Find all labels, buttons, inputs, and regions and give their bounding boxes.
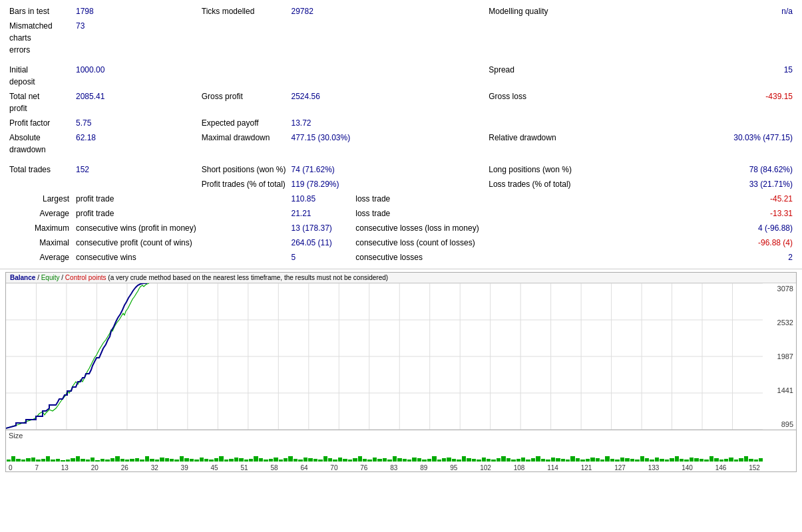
total-net-value: 2085.41 [73,89,199,116]
size-bar [348,460,352,462]
mismatched-value: 73 [73,19,199,57]
size-bar [393,456,397,462]
chart-main: 3078 2532 1987 1441 895 [6,283,796,430]
x-axis-label: 45 [211,464,218,471]
x-axis-label: 133 [648,464,660,471]
size-bar [204,459,208,462]
x-axis-label: 102 [480,464,491,471]
size-bar [570,456,574,462]
size-bar [308,458,312,462]
chart-area: Balance / Equity / Control points (a ver… [5,272,797,472]
chart-y-labels: 3078 2532 1987 1441 895 [763,283,796,430]
size-bar [229,459,233,462]
size-bar [645,458,649,462]
size-bar [759,458,763,462]
size-bar [130,459,134,462]
size-bar [700,459,703,462]
size-bar [620,458,624,462]
x-axis-label: 89 [420,464,427,471]
largest-loss-value: -45.21 [574,192,795,206]
size-bar [531,458,535,462]
size-bar [264,460,268,462]
expected-payoff-value: 13.72 [288,116,353,130]
size-bar [516,459,520,462]
consec-loss-value: -96.88 (4) [574,235,795,250]
x-axis-label: 70 [330,464,337,471]
size-bar [174,460,178,462]
row-profit-factor: Profit factor 5.75 Expected payoff 13.72 [7,116,795,130]
x-axis-label: 140 [682,464,693,471]
avg-consec-losses-value: 2 [574,250,795,265]
x-axis-label: 0 [9,464,13,471]
size-bar [387,460,391,462]
size-bar [477,460,481,462]
size-bar [56,459,60,462]
size-bar [684,460,688,462]
size-bar [551,458,555,462]
size-bar [46,456,50,462]
size-bar [630,459,634,462]
spread-label: Spread [486,63,574,89]
largest-profit-sublabel: profit trade [73,192,199,206]
profit-trades-value: 119 (78.29%) [288,177,353,192]
x-axis-label: 114 [547,464,558,471]
x-axis-label: 127 [614,464,626,471]
size-bar [704,460,708,462]
x-axis-label: 51 [241,464,248,471]
size-bar [303,458,307,462]
spread-value: 15 [574,63,795,89]
avg-label: Average [7,250,73,265]
size-bar [596,458,600,462]
x-axis-label: 121 [581,464,592,471]
x-axis: 0713202632394551586470768389951021081141… [6,463,796,471]
x-axis-label: 7 [35,464,39,471]
size-bar [323,456,327,462]
size-bar [457,460,461,462]
maximal-drawdown-value: 477.15 (30.03%) [288,130,353,157]
size-bar [244,460,248,462]
size-bar [497,458,501,462]
size-bar [546,460,550,462]
size-bar [437,460,441,462]
average-profit-value: 21.21 [288,206,353,221]
size-bar [462,456,466,462]
consec-profit-sublabel: consecutive profit (count of wins) [73,235,199,250]
short-positions-value: 74 (71.62%) [288,162,353,177]
largest-label: Largest [7,192,73,206]
x-axis-label: 108 [514,464,525,471]
x-axis-label: 13 [61,464,69,471]
size-bars [6,440,763,462]
consec-loss-label: consecutive loss (count of losses) [353,235,486,250]
size-bar [536,456,540,462]
size-bar [269,459,273,462]
size-bar [209,460,213,462]
size-bar [610,459,614,462]
size-bar [135,458,139,462]
size-bar [749,459,753,462]
size-bar [640,456,644,462]
average-loss-value: -13.31 [574,206,795,221]
row-mismatched: Mismatched charts errors 73 [7,19,795,57]
chart-legend: Balance / Equity / Control points (a ver… [6,273,796,283]
row-maximal-consec: Maximal consecutive profit (count of win… [7,235,795,250]
relative-drawdown-value: 30.03% (477.15) [574,130,795,157]
size-bar [541,459,545,462]
stats-container: Bars in test 1798 Ticks modelled 29782 M… [0,0,802,269]
x-axis-label: 20 [91,464,99,471]
row-profit-trades: Profit trades (% of total) 119 (78.29%) … [7,177,795,192]
size-bar [86,460,90,462]
avg-consec-wins-value: 5 [288,250,353,265]
size-bar [313,459,317,462]
size-bar [150,459,154,462]
size-bar [190,459,194,462]
size-bar [21,460,25,462]
size-area: Size [6,430,796,463]
size-bar [506,458,510,462]
size-bar [294,459,298,462]
size-bar [200,458,204,462]
x-axis-label: 95 [450,464,457,471]
size-bar [690,458,694,462]
size-bar [328,458,332,462]
size-bar [170,459,174,462]
x-axis-label: 32 [151,464,158,471]
